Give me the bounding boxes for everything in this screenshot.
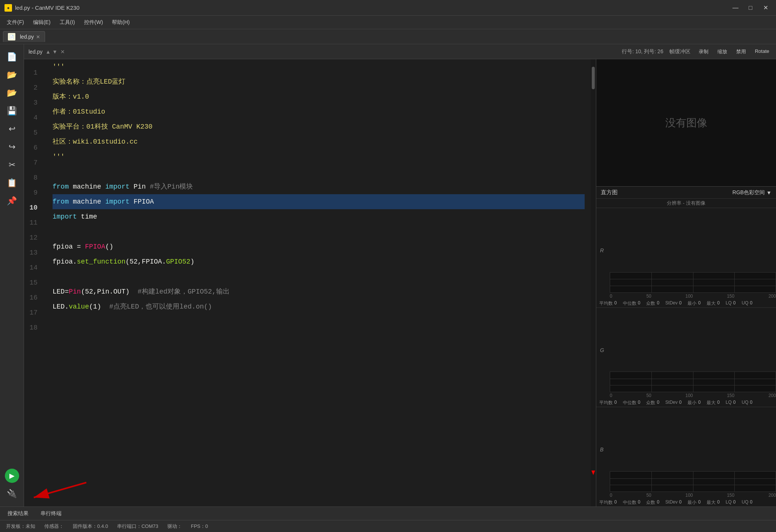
tab-bar: 📄 led.py ✕ [0, 29, 776, 44]
g-chart-area [610, 372, 776, 392]
tab-search-results[interactable]: 搜索结果 [5, 509, 32, 519]
histogram-resolution: 分辨率 - 没有图像 [596, 199, 776, 208]
line-numbers: 1 2 3 4 5 6 7 8 9 10 11 12 13 14 15 16 1 [24, 59, 47, 507]
code-editor[interactable]: 1 2 3 4 5 6 7 8 9 10 11 12 13 14 15 16 1 [24, 59, 596, 507]
code-line-6: 社区：wiki.01studio.cc [53, 134, 585, 149]
status-fps: FPS：0 [191, 523, 208, 530]
g-xaxis: 0 50 100 150 200 [596, 392, 776, 399]
code-line-12 [53, 224, 585, 239]
rotate-button[interactable]: Rotate [753, 48, 771, 56]
cursor-position: 行号: 10, 列号: 26 [622, 48, 663, 55]
menu-controls[interactable]: 控件(W) [80, 18, 107, 27]
r-chart-area [610, 272, 776, 293]
status-serial: 串行端口：COM73 [117, 523, 158, 530]
code-line-11: import time [53, 209, 585, 224]
code-line-16: LED=Pin(52,Pin.OUT) #构建led对象，GPIO52,输出 [53, 284, 585, 299]
main-layout: 📄 📂 📂 💾 ↩ ↪ ✂ 📋 📌 ▶ 🔌 led.py ▲ ▼ ✕ 行号 [0, 44, 776, 507]
code-line-14: fpioa.set_function(52,FPIOA.GPIO52) [53, 254, 585, 269]
cut-button[interactable]: ✂ [4, 157, 20, 173]
app-icon: ● [5, 4, 12, 12]
editor-arrows: ▲ ▼ [45, 49, 57, 55]
code-line-7: ''' [53, 149, 585, 164]
g-label: G [600, 347, 604, 353]
code-line-5: 实验平台：01科技 CanMV K230 [53, 119, 585, 134]
menu-edit[interactable]: 编辑(E) [29, 18, 54, 27]
code-line-18 [53, 314, 585, 329]
r-channel-stats: 平均数0 中位数0 众数0 StDev0 最小0 最大0 LQ0 UQ0 [596, 300, 776, 307]
code-line-15 [53, 269, 585, 284]
code-line-17: LED.value(1) #点亮LED，也可以使用led.on() [53, 299, 585, 314]
svg-marker-0 [591, 471, 595, 475]
window-controls: — □ ✕ [729, 3, 771, 13]
r-channel: R 0 50 100 [596, 208, 776, 308]
close-button[interactable]: ✕ [759, 3, 771, 13]
editor-scrollbar[interactable] [591, 59, 596, 507]
histogram-panel: 直方图 RGB色彩空间 ▼ 分辨率 - 没有图像 R [596, 187, 776, 507]
record-button[interactable]: 录制 [696, 48, 711, 56]
colorspace-dropdown-icon[interactable]: ▼ [766, 190, 771, 196]
r-label: R [600, 247, 604, 253]
editor-header-right: 行号: 10, 列号: 26 帧缓冲区 录制 缩放 禁用 Rotate [622, 48, 771, 56]
colorspace-selector[interactable]: RGB色彩空间 ▼ [732, 189, 771, 196]
close-editor-icon[interactable]: ✕ [60, 49, 65, 55]
save-button[interactable]: 💾 [4, 103, 20, 119]
close-tab-icon[interactable]: ✕ [36, 34, 40, 40]
bottom-panel: 搜索结果 串行终端 [0, 507, 776, 520]
scroll-thumb[interactable] [592, 67, 595, 89]
histogram-title: 直方图 [601, 189, 618, 196]
editor-header: led.py ▲ ▼ ✕ 行号: 10, 列号: 26 帧缓冲区 录制 缩放 禁… [24, 44, 776, 59]
title-bar: ● led.py - CanMV IDE K230 — □ ✕ [0, 0, 776, 16]
code-line-2: 实验名称：点亮LED蓝灯 [53, 74, 585, 89]
zoom-button[interactable]: 缩放 [715, 48, 729, 56]
b-channel-stats: 平均数0 中位数0 众数0 StDev0 最小0 最大0 LQ0 UQ0 [596, 499, 776, 507]
right-panel: 没有图像 直方图 RGB色彩空间 ▼ 分辨率 - 没有图像 [596, 59, 776, 507]
r-channel-chart: R [596, 208, 776, 293]
maximize-button[interactable]: □ [744, 3, 756, 13]
editor-section: 帧缓冲区 [669, 48, 690, 55]
tab-label: led.py [20, 34, 34, 40]
menu-bar: 文件(F) 编辑(E) 工具(I) 控件(W) 帮助(H) [0, 16, 776, 29]
menu-file[interactable]: 文件(F) [3, 18, 28, 27]
open-folder-button[interactable]: 📂 [4, 67, 20, 83]
b-channel: B 0 50 100 [596, 407, 776, 507]
redo-button[interactable]: ↪ [4, 139, 20, 155]
status-firmware: 固件版本：0.4.0 [73, 523, 108, 530]
code-line-9: from machine import Pin #导入Pin模块 [53, 179, 585, 194]
menu-tools[interactable]: 工具(I) [56, 18, 79, 27]
r-xaxis: 0 50 100 150 200 [596, 293, 776, 300]
undo-button[interactable]: ↩ [4, 121, 20, 137]
code-content[interactable]: ''' 实验名称：点亮LED蓝灯 版本：v1.0 作者：01Studio [47, 59, 591, 507]
minimize-button[interactable]: — [729, 3, 741, 13]
scroll-arrow-down-icon [591, 469, 596, 477]
b-chart-area [610, 471, 776, 492]
new-file-button[interactable]: 📄 [4, 49, 20, 65]
editor-filename: led.py [29, 49, 42, 55]
image-view: 没有图像 [596, 59, 776, 187]
code-line-13: fpioa = FPIOA() [53, 239, 585, 254]
colorspace-label: RGB色彩空间 [732, 189, 765, 196]
arrow-down-icon[interactable]: ▼ [52, 49, 57, 55]
menu-help[interactable]: 帮助(H) [108, 18, 133, 27]
arrow-up-icon[interactable]: ▲ [45, 49, 51, 55]
code-line-4: 作者：01Studio [53, 104, 585, 119]
g-channel: G 0 50 100 [596, 308, 776, 408]
b-xaxis: 0 50 100 150 200 [596, 492, 776, 499]
code-line-1: ''' [53, 59, 585, 74]
disable-button[interactable]: 禁用 [734, 48, 748, 56]
open-recent-button[interactable]: 📂 [4, 85, 20, 101]
tab-led-py[interactable]: 📄 led.py ✕ [3, 31, 45, 42]
window-title: led.py - CanMV IDE K230 [15, 4, 729, 11]
histogram-header: 直方图 RGB色彩空间 ▼ [596, 187, 776, 199]
b-channel-chart: B [596, 407, 776, 492]
code-line-8 [53, 164, 585, 179]
run-button[interactable]: ▶ [4, 468, 20, 484]
tab-serial-terminal[interactable]: 串行终端 [38, 509, 65, 519]
b-label: B [600, 447, 603, 453]
code-line-10: from machine import FPIOA [53, 194, 585, 209]
plug-button[interactable]: 🔌 [4, 486, 20, 502]
copy-button[interactable]: 📋 [4, 175, 20, 191]
paste-button[interactable]: 📌 [4, 193, 20, 209]
status-bar: 开发板：未知 传感器： 固件版本：0.4.0 串行端口：COM73 驱动： FP… [0, 520, 776, 532]
file-icon: 📄 [8, 33, 15, 40]
no-image-label: 没有图像 [665, 116, 707, 130]
